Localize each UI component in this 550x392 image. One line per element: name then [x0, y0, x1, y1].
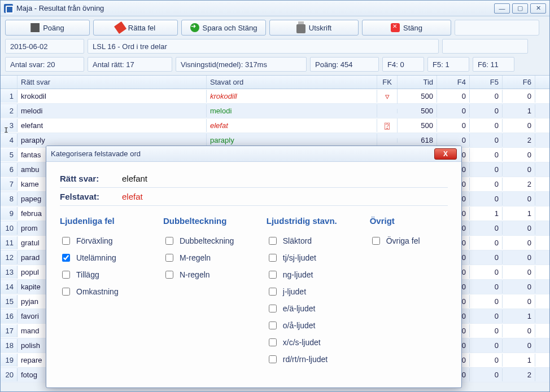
antal-svar-box: Antal svar: 20: [5, 57, 84, 72]
cell-f6: 0: [503, 222, 535, 235]
dialog-close-button[interactable]: X: [434, 148, 457, 160]
dialog-fel-row: Felstavat: elefat: [60, 188, 448, 206]
cell-f6: 0: [503, 236, 535, 249]
category-checkbox[interactable]: ng-ljudet: [267, 266, 364, 283]
checkbox-label: Dubbelteckning: [180, 236, 234, 245]
col-fk[interactable]: FK: [377, 76, 398, 89]
checkbox-input[interactable]: [269, 305, 277, 312]
checkbox-input[interactable]: [62, 271, 70, 279]
dialog-body: Rätt svar: elefant Felstavat: elefat Lju…: [46, 162, 461, 376]
cell-f5: 0: [470, 119, 503, 132]
col-ratt-svar[interactable]: Rätt svar: [18, 76, 207, 89]
spara-stang-button[interactable]: Spara och Stäng: [181, 20, 266, 36]
row-number: 14: [1, 280, 18, 293]
cell-f5: 0: [470, 163, 503, 176]
checkbox-input[interactable]: [165, 254, 173, 262]
category-checkbox[interactable]: Dubbelteckning: [163, 232, 261, 249]
dialog-title: Kategorisera felstavade ord: [51, 149, 141, 158]
minimize-button[interactable]: —: [494, 3, 510, 14]
category-checkbox[interactable]: o/å-ljudet: [267, 317, 364, 334]
close-button[interactable]: ✕: [530, 3, 546, 14]
ratta-fel-button[interactable]: Rätta fel: [93, 20, 178, 36]
row-number: 19: [1, 354, 18, 367]
checkbox-label: Omkastning: [76, 287, 119, 296]
cell-f5: 0: [470, 134, 503, 147]
checkbox-input[interactable]: [269, 355, 277, 363]
cell-f5: 0: [470, 104, 503, 117]
category-checkbox[interactable]: Förväxling: [60, 232, 158, 249]
poang-label: Poäng: [43, 24, 64, 32]
checkbox-input[interactable]: [62, 288, 70, 296]
checkbox-input[interactable]: [62, 254, 70, 262]
cat-h-ljudenliga: Ljudenliga fel: [60, 216, 158, 226]
checkbox-input[interactable]: [269, 338, 277, 346]
checkbox-input[interactable]: [165, 271, 173, 279]
cell-fk: [377, 138, 398, 143]
cell-f6: 0: [503, 324, 535, 337]
row-number: 20: [1, 368, 18, 381]
checkbox-input[interactable]: [269, 237, 277, 245]
checkbox-label: o/å-ljudet: [283, 321, 316, 330]
table-row[interactable]: 2melodimelodi500001: [1, 104, 549, 118]
cell-f5: 0: [470, 339, 503, 352]
category-checkbox[interactable]: e/ä-ljudet: [267, 300, 364, 317]
utskrift-button[interactable]: Utskrift: [269, 20, 359, 36]
category-checkbox[interactable]: Tillägg: [60, 266, 158, 283]
checkbox-input[interactable]: [165, 237, 173, 245]
col-f6[interactable]: F6: [503, 76, 535, 89]
checkbox-input[interactable]: [269, 321, 277, 329]
category-checkbox[interactable]: M-regeln: [163, 249, 261, 266]
row-number: 3: [1, 119, 18, 132]
category-checkbox[interactable]: Omkastning: [60, 283, 158, 300]
category-checkbox[interactable]: N-regeln: [163, 266, 261, 283]
cell-f5: 0: [470, 90, 503, 103]
table-row[interactable]: 3elefantelefat⍰500000: [1, 118, 549, 133]
category-checkbox[interactable]: j-ljudet: [267, 283, 364, 300]
checkbox-label: x/c/s-ljudet: [283, 338, 321, 347]
row-number: 11: [1, 236, 18, 249]
cell-f6: 0: [503, 119, 535, 132]
checkbox-label: Förväxling: [76, 236, 113, 245]
checkbox-input[interactable]: [372, 237, 380, 245]
pencil-icon: [114, 21, 126, 34]
cat-h-ovrigt: Övrigt: [370, 216, 448, 226]
cell-f6: 2: [503, 178, 535, 191]
category-checkbox[interactable]: x/c/s-ljudet: [267, 334, 364, 351]
col-tid[interactable]: Tid: [398, 76, 437, 89]
checkbox-input[interactable]: [62, 237, 70, 245]
window-buttons: — ▢ ✕: [494, 3, 546, 14]
category-checkbox[interactable]: Övriga fel: [370, 232, 448, 249]
category-checkbox[interactable]: Utelämning: [60, 249, 158, 266]
col-stavat-ord[interactable]: Stavat ord: [207, 76, 377, 89]
checkbox-label: Släktord: [283, 236, 312, 245]
checkbox-input[interactable]: [269, 271, 277, 279]
cell-f5: 0: [470, 251, 503, 264]
cell-stavat-ord: krokodill: [207, 90, 377, 103]
stang-label: Stäng: [403, 24, 422, 32]
category-checkbox[interactable]: tj/sj-ljudet: [267, 249, 364, 266]
cell-tid: 500: [398, 104, 437, 117]
checkbox-input[interactable]: [269, 254, 277, 262]
cell-f5: 0: [470, 324, 503, 337]
col-number: [1, 76, 18, 89]
row-number: 2: [1, 104, 18, 117]
calculator-icon: [30, 23, 40, 32]
maximize-button[interactable]: ▢: [512, 3, 528, 14]
row-number: 9: [1, 207, 18, 220]
stang-button[interactable]: Stäng: [362, 20, 451, 36]
table-row[interactable]: 1krokodilkrokodill▿500000: [1, 89, 549, 104]
checkbox-label: ng-ljudet: [283, 270, 313, 279]
category-checkbox[interactable]: Släktord: [267, 232, 364, 249]
cell-f5: 1: [470, 207, 503, 220]
col-f5[interactable]: F5: [470, 76, 503, 89]
cell-ratt-svar: elefant: [18, 119, 207, 132]
cell-ratt-svar: melodi: [18, 104, 207, 117]
cell-f5: 0: [470, 178, 503, 191]
cell-f4: 0: [437, 119, 470, 132]
checkbox-input[interactable]: [269, 288, 277, 296]
col-f4[interactable]: F4: [437, 76, 470, 89]
category-checkbox[interactable]: rd/rt/rn-ljudet: [267, 351, 364, 368]
poang-button[interactable]: Poäng: [5, 20, 90, 36]
felstavat-value: elefat: [122, 192, 143, 201]
row-number: 7: [1, 178, 18, 191]
